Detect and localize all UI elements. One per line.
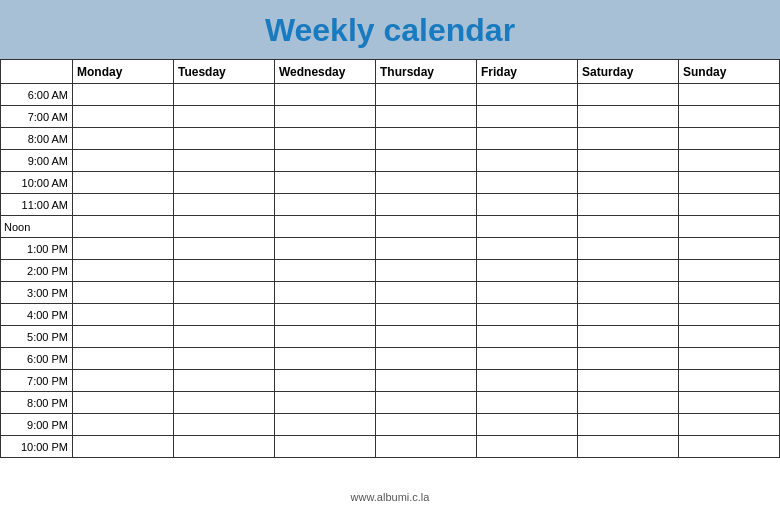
day-cell [578, 370, 679, 392]
day-cell [679, 260, 780, 282]
day-cell [376, 216, 477, 238]
day-cell [376, 238, 477, 260]
day-cell [376, 128, 477, 150]
day-cell [578, 128, 679, 150]
day-cell [477, 216, 578, 238]
day-cell [477, 348, 578, 370]
calendar-table-container: Monday Tuesday Wednesday Thursday Friday… [0, 59, 780, 487]
table-row: 7:00 AM [1, 106, 780, 128]
day-cell [679, 436, 780, 458]
day-cell [477, 194, 578, 216]
day-cell [275, 106, 376, 128]
day-cell [578, 216, 679, 238]
day-cell [679, 128, 780, 150]
day-cell [477, 238, 578, 260]
time-cell: 3:00 PM [1, 282, 73, 304]
wednesday-header: Wednesday [275, 60, 376, 84]
time-cell: 8:00 PM [1, 392, 73, 414]
day-cell [376, 370, 477, 392]
day-cell [275, 348, 376, 370]
table-row: Noon [1, 216, 780, 238]
day-cell [477, 326, 578, 348]
header-row: Monday Tuesday Wednesday Thursday Friday… [1, 60, 780, 84]
day-cell [477, 172, 578, 194]
table-row: 6:00 PM [1, 348, 780, 370]
table-row: 5:00 PM [1, 326, 780, 348]
day-cell [174, 414, 275, 436]
day-cell [679, 326, 780, 348]
day-cell [376, 194, 477, 216]
calendar-title: Weekly calendar [0, 12, 780, 49]
table-row: 4:00 PM [1, 304, 780, 326]
time-cell: 10:00 AM [1, 172, 73, 194]
day-cell [73, 392, 174, 414]
footer-url: www.albumi.c.la [351, 491, 430, 503]
day-cell [477, 392, 578, 414]
time-cell: Noon [1, 216, 73, 238]
day-cell [275, 172, 376, 194]
friday-header: Friday [477, 60, 578, 84]
day-cell [376, 172, 477, 194]
table-row: 10:00 AM [1, 172, 780, 194]
day-cell [376, 414, 477, 436]
time-cell: 8:00 AM [1, 128, 73, 150]
day-cell [275, 326, 376, 348]
time-cell: 6:00 AM [1, 84, 73, 106]
day-cell [578, 238, 679, 260]
time-cell: 6:00 PM [1, 348, 73, 370]
day-cell [376, 348, 477, 370]
day-cell [275, 392, 376, 414]
day-cell [174, 128, 275, 150]
day-cell [376, 304, 477, 326]
day-cell [679, 370, 780, 392]
day-cell [376, 282, 477, 304]
day-cell [477, 84, 578, 106]
day-cell [477, 128, 578, 150]
day-cell [73, 370, 174, 392]
day-cell [174, 216, 275, 238]
day-cell [275, 84, 376, 106]
day-cell [376, 84, 477, 106]
day-cell [174, 436, 275, 458]
day-cell [477, 370, 578, 392]
day-cell [73, 326, 174, 348]
table-row: 9:00 PM [1, 414, 780, 436]
day-cell [174, 370, 275, 392]
time-cell: 1:00 PM [1, 238, 73, 260]
day-cell [275, 282, 376, 304]
sunday-header: Sunday [679, 60, 780, 84]
table-row: 6:00 AM [1, 84, 780, 106]
saturday-header: Saturday [578, 60, 679, 84]
day-cell [73, 172, 174, 194]
day-cell [73, 150, 174, 172]
table-row: 1:00 PM [1, 238, 780, 260]
time-cell: 7:00 AM [1, 106, 73, 128]
day-cell [376, 436, 477, 458]
day-cell [174, 238, 275, 260]
day-cell [73, 106, 174, 128]
day-cell [679, 304, 780, 326]
table-row: 3:00 PM [1, 282, 780, 304]
day-cell [578, 150, 679, 172]
day-cell [578, 436, 679, 458]
day-cell [376, 392, 477, 414]
day-cell [174, 392, 275, 414]
day-cell [73, 414, 174, 436]
day-cell [275, 238, 376, 260]
tuesday-header: Tuesday [174, 60, 275, 84]
day-cell [275, 150, 376, 172]
time-cell: 5:00 PM [1, 326, 73, 348]
day-cell [275, 370, 376, 392]
day-cell [578, 194, 679, 216]
day-cell [73, 260, 174, 282]
day-cell [679, 392, 780, 414]
day-cell [578, 392, 679, 414]
day-cell [578, 326, 679, 348]
day-cell [174, 150, 275, 172]
table-row: 7:00 PM [1, 370, 780, 392]
day-cell [578, 260, 679, 282]
day-cell [578, 84, 679, 106]
footer: www.albumi.c.la [0, 487, 780, 507]
table-row: 8:00 AM [1, 128, 780, 150]
day-cell [275, 414, 376, 436]
